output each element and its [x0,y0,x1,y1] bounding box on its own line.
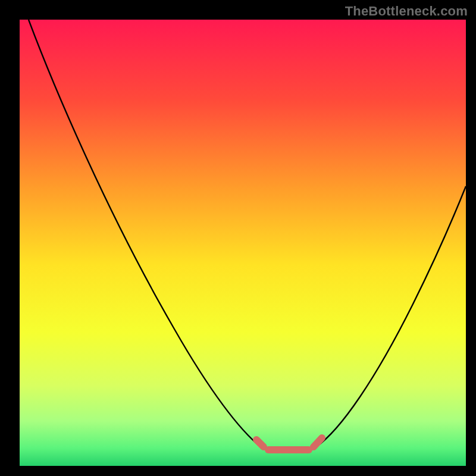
watermark-text: TheBottleneck.com [345,4,468,19]
chart-frame: TheBottleneck.com [0,0,476,476]
svg-line-3 [314,438,322,447]
plot-area [20,20,466,466]
bottleneck-curve-left [29,20,261,447]
svg-line-1 [256,440,264,447]
flat-region-marker [256,438,322,450]
bottleneck-curve-right [316,186,466,447]
curve-layer [20,20,466,466]
